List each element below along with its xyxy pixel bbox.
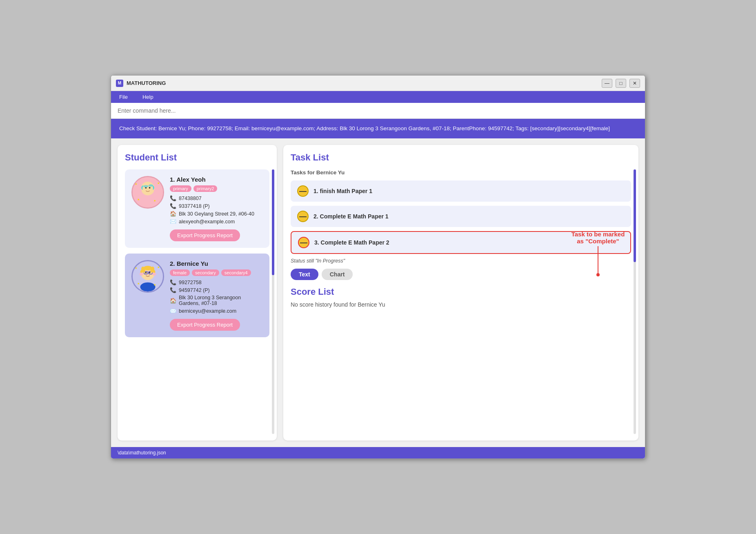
svg-point-20 xyxy=(149,272,151,274)
email-2: berniceyu@example.com xyxy=(179,308,236,314)
task-scrollbar-thumb[interactable] xyxy=(634,169,636,262)
close-button[interactable]: ✕ xyxy=(629,79,640,88)
email-row-2: ✉️ berniceyu@example.com xyxy=(170,308,263,314)
svg-point-28 xyxy=(143,266,152,270)
svg-text:★: ★ xyxy=(153,283,156,287)
email-icon-1: ✉️ xyxy=(170,218,176,225)
svg-text:★: ★ xyxy=(153,199,156,202)
address-1: Blk 30 Geylang Street 29, #06-40 xyxy=(179,211,254,217)
menu-bar: File Help xyxy=(111,91,645,103)
parent-phone-icon-2: 📞 xyxy=(170,287,176,293)
email-icon-2: ✉️ xyxy=(170,308,176,314)
annotation-text: Task to be marked as "Complete" xyxy=(567,231,629,245)
score-list-title: Score List xyxy=(291,287,631,297)
maximize-button[interactable]: □ xyxy=(616,79,626,88)
main-content: Student List xyxy=(111,138,645,447)
score-empty-msg: No score history found for Bernice Yu xyxy=(291,301,631,308)
tag-primary2: primary2 xyxy=(193,185,218,192)
svg-point-6 xyxy=(149,187,151,189)
title-bar-controls: — □ ✕ xyxy=(602,79,640,88)
task-scrollbar-track xyxy=(634,169,636,434)
student-card-1[interactable]: ★ ★ ★ ★ 1. Alex Yeoh primary primary2 xyxy=(125,169,269,248)
phone-2: 99272758 xyxy=(179,280,202,285)
svg-text:★: ★ xyxy=(137,282,140,286)
phone-icon-1: 📞 xyxy=(170,195,176,201)
tab-text[interactable]: Text xyxy=(291,269,318,280)
student-panel: Student List xyxy=(118,145,277,441)
task-panel: Task List Tasks for Bernice Yu — 1. fini… xyxy=(283,145,638,441)
export-button-1[interactable]: Export Progress Report xyxy=(170,229,240,241)
student-info-2: 2. Bernice Yu female secondary secondary… xyxy=(170,260,263,331)
main-window: M MATHUTORING — □ ✕ File Help Check Stud… xyxy=(111,75,645,459)
minimize-button[interactable]: — xyxy=(602,79,612,88)
address-icon-2: 🏠 xyxy=(170,298,176,304)
email-row-1: ✉️ alexyeoh@example.com xyxy=(170,218,263,225)
task-icon-1: — xyxy=(297,185,309,197)
annotation-line xyxy=(598,246,598,275)
title-bar: M MATHUTORING — □ ✕ xyxy=(111,76,645,91)
scrollbar-track xyxy=(272,169,274,434)
tag-primary: primary xyxy=(170,185,191,192)
student-name-2: 2. Bernice Yu xyxy=(170,260,263,267)
menu-help[interactable]: Help xyxy=(139,93,157,101)
status-bar: \data\mathutoring.json xyxy=(111,447,645,458)
scrollbar-thumb[interactable] xyxy=(272,169,274,275)
address-2: Blk 30 Lorong 3 Serangoon Gardens, #07-1… xyxy=(179,295,263,306)
student-list-title: Student List xyxy=(125,152,269,163)
avatar-2: ★ ★ ★ ★ xyxy=(131,260,164,293)
command-bar xyxy=(111,103,645,119)
tag-row-2: female secondary secondary4 xyxy=(170,269,263,276)
menu-file[interactable]: File xyxy=(116,93,131,101)
svg-text:★: ★ xyxy=(137,198,140,202)
command-input[interactable] xyxy=(118,107,638,114)
parent-phone-2: 94597742 (P) xyxy=(179,287,210,293)
task-item-1[interactable]: — 1. finish Math Paper 1 xyxy=(291,180,631,202)
task-item-2[interactable]: — 2. Complete E Math Paper 1 xyxy=(291,206,631,227)
tab-chart[interactable]: Chart xyxy=(322,269,353,280)
annotation: Task to be marked as "Complete" xyxy=(567,231,629,276)
phone-icon-2: 📞 xyxy=(170,279,176,285)
export-button-2[interactable]: Export Progress Report xyxy=(170,319,240,331)
svg-point-25 xyxy=(152,273,156,276)
svg-point-9 xyxy=(139,189,142,192)
tag-female: female xyxy=(170,269,190,276)
task-label-3: 3. Complete E Math Paper 2 xyxy=(314,239,389,246)
tag-secondary4: secondary4 xyxy=(221,269,251,276)
svg-text:★: ★ xyxy=(135,182,137,186)
svg-text:★: ★ xyxy=(157,181,160,185)
email-1: alexyeoh@example.com xyxy=(179,219,235,225)
task-icon-2: — xyxy=(297,211,309,222)
info-banner: Check Student: Bernice Yu; Phone: 992727… xyxy=(111,119,645,138)
svg-point-7 xyxy=(143,185,149,188)
tag-row-1: primary primary2 xyxy=(170,185,263,192)
phone-row-2: 📞 99272758 xyxy=(170,279,263,285)
student-info-1: 1. Alex Yeoh primary primary2 📞 87438807… xyxy=(170,176,263,241)
phone-1: 87438807 xyxy=(179,196,202,201)
parent-phone-1: 93377418 (P) xyxy=(179,203,210,209)
parent-phone-row-2: 📞 94597742 (P) xyxy=(170,287,263,293)
svg-point-10 xyxy=(154,189,157,192)
task-subtitle: Tasks for Bernice Yu xyxy=(291,169,631,176)
address-row-2: 🏠 Blk 30 Lorong 3 Serangoon Gardens, #07… xyxy=(170,295,263,306)
phone-row-1: 📞 87438807 xyxy=(170,195,263,201)
address-icon-1: 🏠 xyxy=(170,211,176,217)
student-name-1: 1. Alex Yeoh xyxy=(170,176,263,183)
parent-phone-row-1: 📞 93377418 (P) xyxy=(170,203,263,209)
avatar-1: ★ ★ ★ ★ xyxy=(131,176,164,209)
annotation-dot xyxy=(596,273,600,276)
task-list-title: Task List xyxy=(291,152,631,163)
parent-phone-icon-1: 📞 xyxy=(170,203,176,209)
app-title: MATHUTORING xyxy=(127,80,166,86)
student-card-2[interactable]: ★ ★ ★ ★ 2. Bernice Yu female secondary s… xyxy=(125,254,269,337)
svg-point-24 xyxy=(140,273,143,276)
task-label-2: 2. Complete E Math Paper 1 xyxy=(314,213,389,220)
banner-text: Check Student: Bernice Yu; Phone: 992727… xyxy=(119,125,610,131)
status-path: \data\mathutoring.json xyxy=(118,450,166,456)
svg-text:★: ★ xyxy=(157,265,160,269)
svg-text:★: ★ xyxy=(135,266,137,270)
task-label-1: 1. finish Math Paper 1 xyxy=(314,188,372,194)
address-row-1: 🏠 Blk 30 Geylang Street 29, #06-40 xyxy=(170,211,263,217)
title-bar-left: M MATHUTORING xyxy=(116,80,166,87)
task-icon-3: — xyxy=(298,237,309,248)
tag-secondary: secondary xyxy=(192,269,219,276)
